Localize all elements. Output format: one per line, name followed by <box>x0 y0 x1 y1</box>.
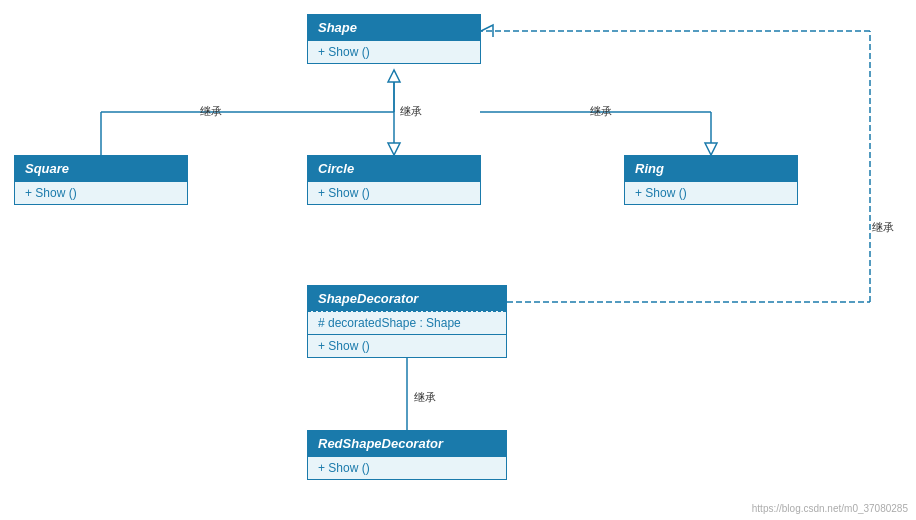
shape-box: Shape + Show () <box>307 14 481 64</box>
ring-box: Ring + Show () <box>624 155 798 205</box>
shape-decorator-box: ShapeDecorator # decoratedShape : Shape … <box>307 285 507 358</box>
inherit-label-ring: 继承 <box>590 104 612 119</box>
circle-body: + Show () <box>308 181 480 204</box>
watermark: https://blog.csdn.net/m0_37080285 <box>752 503 908 514</box>
shape-header: Shape <box>308 15 480 40</box>
shape-decorator-method: + Show () <box>308 334 506 357</box>
square-header: Square <box>15 156 187 181</box>
shape-decorator-field: # decoratedShape : Shape <box>308 311 506 334</box>
svg-marker-8 <box>705 143 717 155</box>
shape-decorator-header: ShapeDecorator <box>308 286 506 311</box>
shape-body: + Show () <box>308 40 480 63</box>
ring-header: Ring <box>625 156 797 181</box>
square-body: + Show () <box>15 181 187 204</box>
svg-marker-3 <box>388 70 400 82</box>
red-shape-decorator-header: RedShapeDecorator <box>308 431 506 456</box>
inherit-label-red: 继承 <box>414 390 436 405</box>
svg-marker-5 <box>388 143 400 155</box>
red-shape-decorator-method: + Show () <box>308 456 506 479</box>
circle-box: Circle + Show () <box>307 155 481 205</box>
inherit-label-square: 继承 <box>200 104 222 119</box>
red-shape-decorator-box: RedShapeDecorator + Show () <box>307 430 507 480</box>
inherit-label-circle: 继承 <box>400 104 422 119</box>
ring-body: + Show () <box>625 181 797 204</box>
uml-diagram: Shape + Show () Square + Show () Circle … <box>0 0 916 520</box>
inherit-label-decorator: 继承 <box>872 220 894 235</box>
square-box: Square + Show () <box>14 155 188 205</box>
circle-header: Circle <box>308 156 480 181</box>
